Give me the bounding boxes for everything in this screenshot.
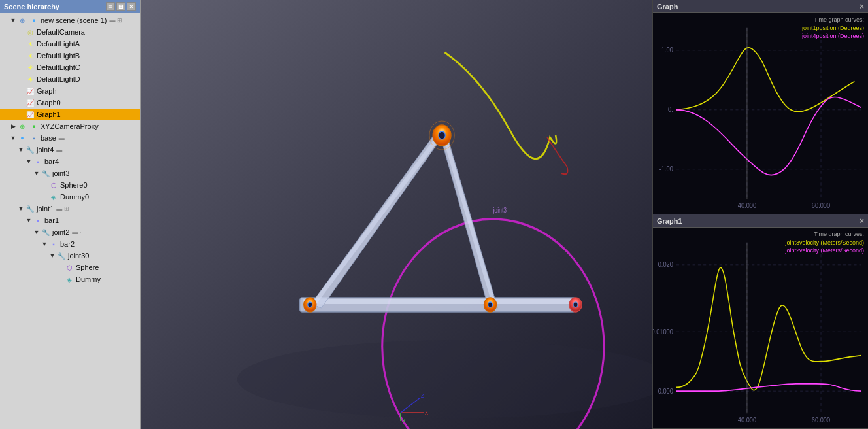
svg-line-21 xyxy=(401,398,420,413)
tree-item-base[interactable]: ▼ ● ▪ base ▬ · xyxy=(0,132,140,144)
svg-text:joint3: joint3 xyxy=(492,207,507,214)
graph0-close-button[interactable]: × xyxy=(860,2,864,11)
xyz-icon2: ● xyxy=(29,121,39,131)
lightA-icon: ☀ xyxy=(25,39,35,49)
tree-item-sphere[interactable]: ⬡ Sphere xyxy=(0,262,140,273)
scene-hierarchy-panel: Scene hierarchy ≡ ⊞ × ▼ ⊕ ● new scene (s… xyxy=(0,0,141,429)
main-viewport[interactable]: joint3 x z y xyxy=(141,0,652,429)
tree-item-graph1[interactable]: 📈 Graph1 xyxy=(0,109,140,120)
scene-extra-icons: ▬ ⊞ xyxy=(110,17,123,24)
joint1-extra: ▬ ⊞ xyxy=(56,205,69,212)
joint2-icon: 🔧 xyxy=(41,227,51,237)
svg-text:-1.00: -1.00 xyxy=(659,165,674,173)
tree-item-xyz[interactable]: ▶ ⊕ ● XYZCameraProxy xyxy=(0,120,140,132)
joint2-extra: ▬ · xyxy=(72,229,81,235)
tree-item-lightB[interactable]: ☀ DefaultLightB xyxy=(0,50,140,61)
graph-icon: 📈 xyxy=(25,86,35,96)
svg-text:0.020: 0.020 xyxy=(658,261,674,269)
sphere-icon: ⬡ xyxy=(64,262,75,273)
tree-item-joint2[interactable]: ▼ 🔧 joint2 ▬ · xyxy=(0,226,140,238)
camera-icon: ◎ xyxy=(25,27,35,37)
scene-icon2: ● xyxy=(29,15,39,26)
tree-item-graph0[interactable]: 📈 Graph0 xyxy=(0,97,140,109)
scene-3d: joint3 xyxy=(141,0,652,429)
base-extra: ▬ · xyxy=(59,135,68,141)
graph0-legend: Time graph curves: joint1position (Degre… xyxy=(802,16,864,41)
base-box-icon: ▪ xyxy=(29,133,39,143)
graph0-panel: Graph × 1.00 0. -1.00 40.000 60.000 xyxy=(653,0,868,214)
svg-text:0.01000: 0.01000 xyxy=(653,328,673,335)
svg-text:y: y xyxy=(402,417,405,422)
graph1-close-button[interactable]: × xyxy=(860,216,864,226)
tree-item-sphere0[interactable]: ⬡ Sphere0 xyxy=(0,179,140,191)
svg-point-13 xyxy=(308,302,312,307)
tree-item-joint1[interactable]: ▼ 🔧 joint1 ▬ ⊞ xyxy=(0,203,140,214)
sidebar-btn-2[interactable]: ⊞ xyxy=(116,2,125,11)
dummy0-icon: ◈ xyxy=(48,192,59,202)
tree-item-lightD[interactable]: ☀ DefaultLightD xyxy=(0,73,140,85)
bar4-icon: ▪ xyxy=(33,156,43,167)
svg-text:1.00: 1.00 xyxy=(661,46,674,54)
tree-item-bar4[interactable]: ▼ ▪ bar4 xyxy=(0,156,140,167)
lightC-icon: ☀ xyxy=(25,62,35,73)
tree-item-dummy0[interactable]: ◈ Dummy0 xyxy=(0,191,140,203)
graph0-icon: 📈 xyxy=(25,97,35,108)
graph0-header: Graph × xyxy=(653,0,868,13)
tree-item-joint3[interactable]: ▼ 🔧 joint3 xyxy=(0,167,140,179)
tree-item-bar2[interactable]: ▼ ▪ bar2 xyxy=(0,238,140,250)
sphere0-icon: ⬡ xyxy=(48,180,59,190)
graph1-icon: 📈 xyxy=(25,109,35,120)
svg-rect-37 xyxy=(653,228,868,428)
tree-item-lightA[interactable]: ☀ DefaultLightA xyxy=(0,38,140,50)
sidebar-btn-1[interactable]: ≡ xyxy=(106,2,115,11)
graph1-legend: Time graph curves: joint3velocity (Meter… xyxy=(785,230,864,255)
tree-item-scene[interactable]: ▼ ⊕ ● new scene (scene 1) ▬ ⊞ xyxy=(0,14,140,26)
svg-text:60.000: 60.000 xyxy=(812,201,831,209)
svg-text:40.000: 40.000 xyxy=(738,416,757,424)
graph1-header: Graph1 × xyxy=(653,214,868,228)
axis-indicator: x z y xyxy=(391,390,430,422)
scene-tree: ▼ ⊕ ● new scene (scene 1) ▬ ⊞ ◎ DefaultC… xyxy=(0,13,140,429)
bar2-icon: ▪ xyxy=(48,239,59,249)
scene-icon: ⊕ xyxy=(17,15,27,26)
lightD-icon: ☀ xyxy=(25,74,35,84)
graph1-panel: Graph1 × 0.020 0.01000 0.000 40.000 xyxy=(653,214,868,429)
graph0-content: 1.00 0. -1.00 40.000 60.000 Time graph c… xyxy=(653,13,868,214)
svg-text:40.000: 40.000 xyxy=(738,201,757,209)
dummy-icon: ◈ xyxy=(64,274,75,284)
svg-rect-4 xyxy=(303,299,573,304)
svg-text:0.000: 0.000 xyxy=(658,387,674,395)
tree-item-bar1[interactable]: ▼ ▪ bar1 xyxy=(0,214,140,226)
svg-text:z: z xyxy=(421,392,424,399)
tree-item-graph[interactable]: 📈 Graph xyxy=(0,85,140,97)
graph1-content: 0.020 0.01000 0.000 40.000 60.000 Time g… xyxy=(653,228,868,428)
tree-item-lightC[interactable]: ☀ DefaultLightC xyxy=(0,61,140,73)
svg-text:0.: 0. xyxy=(668,106,673,114)
joint4-icon: 🔧 xyxy=(25,145,35,155)
tree-item-camera[interactable]: ◎ DefaultCamera xyxy=(0,26,140,38)
tree-item-dummy[interactable]: ◈ Dummy xyxy=(0,273,140,285)
sidebar-close[interactable]: × xyxy=(127,2,136,11)
joint30-icon: 🔧 xyxy=(56,250,67,261)
joint4-extra: ▬ · xyxy=(56,146,65,153)
bar1-icon: ▪ xyxy=(33,215,43,226)
svg-point-10 xyxy=(439,131,445,139)
joint3-icon: 🔧 xyxy=(41,168,51,179)
lightB-icon: ☀ xyxy=(25,50,35,61)
graph0-title: Graph xyxy=(657,3,678,10)
svg-text:x: x xyxy=(425,409,428,416)
tree-item-joint4[interactable]: ▼ 🔧 joint4 ▬ · xyxy=(0,144,140,156)
svg-rect-25 xyxy=(653,13,868,214)
xyz-icon: ⊕ xyxy=(17,121,27,131)
right-panel: Graph × 1.00 0. -1.00 40.000 60.000 xyxy=(652,0,868,429)
sidebar-title: Scene hierarchy xyxy=(4,3,59,10)
sidebar-header: Scene hierarchy ≡ ⊞ × xyxy=(0,0,140,13)
svg-text:60.000: 60.000 xyxy=(812,416,831,424)
svg-point-17 xyxy=(573,302,578,307)
joint1-icon: 🔧 xyxy=(25,203,35,214)
graph1-title: Graph1 xyxy=(657,217,682,225)
svg-point-15 xyxy=(488,302,493,307)
tree-item-joint30[interactable]: ▼ 🔧 joint30 xyxy=(0,250,140,262)
base-icon: ● xyxy=(17,133,27,143)
